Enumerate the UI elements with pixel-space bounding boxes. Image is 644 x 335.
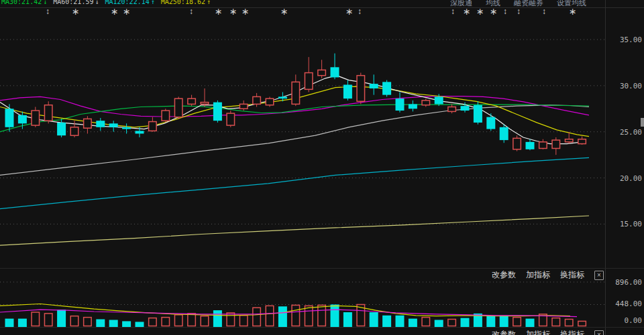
price-axis-label: 20.00 xyxy=(602,174,642,183)
axis-separator-line xyxy=(605,0,606,335)
add-indicator-button[interactable]: 加指标 xyxy=(526,269,550,281)
event-star-icon[interactable]: ∗ xyxy=(280,7,288,16)
edit-params-button[interactable]: 改参数 xyxy=(492,329,516,335)
chart-top-menu: 深股通 均线 融资融券 设置均线 xyxy=(450,0,586,8)
trend-up-icon: ↑ xyxy=(207,0,211,5)
ma-value-labels: MA30:21.42↓ MA60:21.59↓ MA120:22.14↑ MA2… xyxy=(1,0,211,5)
event-star-icon[interactable]: ∗ xyxy=(569,7,577,16)
event-star-icon[interactable]: ∗ xyxy=(229,7,237,16)
event-arrow-icon[interactable]: ↕ xyxy=(451,7,455,16)
event-star-icon[interactable]: ∗ xyxy=(72,7,80,16)
volume-pane-toolbar: 改参数 加指标 换指标 × xyxy=(492,269,604,281)
axis-scroll-thumb[interactable] xyxy=(641,118,644,127)
ma120-label: MA120:22.14↑ xyxy=(105,0,155,5)
switch-indicator-button[interactable]: 换指标 xyxy=(560,269,584,281)
menu-item-ma-settings[interactable]: 设置均线 xyxy=(557,0,586,8)
volume-axis-label: 448.00 xyxy=(602,299,642,308)
volume-axis-label: 0.00 xyxy=(602,316,642,325)
menu-item-ma[interactable]: 均线 xyxy=(486,0,500,8)
ma60-label: MA60:21.59↓ xyxy=(53,0,99,5)
event-star-icon[interactable]: ∗ xyxy=(345,7,354,16)
event-arrow-icon[interactable]: ↕ xyxy=(358,7,362,16)
price-axis-label: 30.00 xyxy=(602,82,642,90)
next-pane-toolbar: 改参数 加指标 换指标 × xyxy=(492,329,604,335)
event-arrow-icon[interactable]: ↕ xyxy=(517,7,521,16)
trend-down-icon: ↓ xyxy=(95,0,99,5)
panel-separator-line xyxy=(0,268,644,269)
price-axis-label: 35.00 xyxy=(602,36,642,44)
switch-indicator-button[interactable]: 换指标 xyxy=(560,329,584,335)
close-icon: × xyxy=(597,331,601,335)
edit-params-button[interactable]: 改参数 xyxy=(492,269,516,281)
add-indicator-button[interactable]: 加指标 xyxy=(526,329,550,335)
price-axis-label: 25.00 xyxy=(602,128,642,137)
event-arrow-icon[interactable]: ↕ xyxy=(189,7,193,16)
stock-kline-window: ↕∗∗∗↕∗∗∗∗∗↕↕∗∗∗↕↕↕∗ MA30:21.42↓ MA60:21.… xyxy=(0,0,644,335)
event-star-icon[interactable]: ∗ xyxy=(463,7,471,16)
event-arrow-icon[interactable]: ↕ xyxy=(46,7,50,16)
price-axis-label: 15.00 xyxy=(602,220,642,228)
ma30-label: MA30:21.42↓ xyxy=(1,0,47,5)
event-star-icon[interactable]: ∗ xyxy=(123,7,131,16)
menu-item-hk-connect[interactable]: 深股通 xyxy=(450,0,472,8)
event-star-icon[interactable]: ∗ xyxy=(490,7,498,16)
ma250-label: MA250:18.62↑ xyxy=(161,0,211,5)
event-arrow-icon[interactable]: ↕ xyxy=(542,7,546,16)
event-star-icon[interactable]: ∗ xyxy=(476,7,484,16)
panel-separator-line xyxy=(0,327,644,328)
trend-down-icon: ↓ xyxy=(43,0,47,5)
event-star-icon[interactable]: ∗ xyxy=(215,7,223,16)
event-star-icon[interactable]: ∗ xyxy=(111,7,119,16)
indicator-header: MA30:21.42↓ MA60:21.59↓ MA120:22.14↑ MA2… xyxy=(0,0,644,8)
trend-up-icon: ↑ xyxy=(151,0,155,5)
menu-item-margin-trading[interactable]: 融资融券 xyxy=(514,0,543,8)
event-marker-row: ↕∗∗∗↕∗∗∗∗∗↕↕∗∗∗↕↕↕∗ xyxy=(0,7,605,16)
volume-axis-label: 896.00 xyxy=(602,278,642,287)
event-arrow-icon[interactable]: ↕ xyxy=(503,7,507,16)
close-indicator-button[interactable]: × xyxy=(594,271,604,280)
event-star-icon[interactable]: ∗ xyxy=(241,7,250,16)
close-icon: × xyxy=(597,271,601,279)
candlestick-volume-chart xyxy=(0,0,644,335)
close-indicator-button[interactable]: × xyxy=(594,330,604,335)
